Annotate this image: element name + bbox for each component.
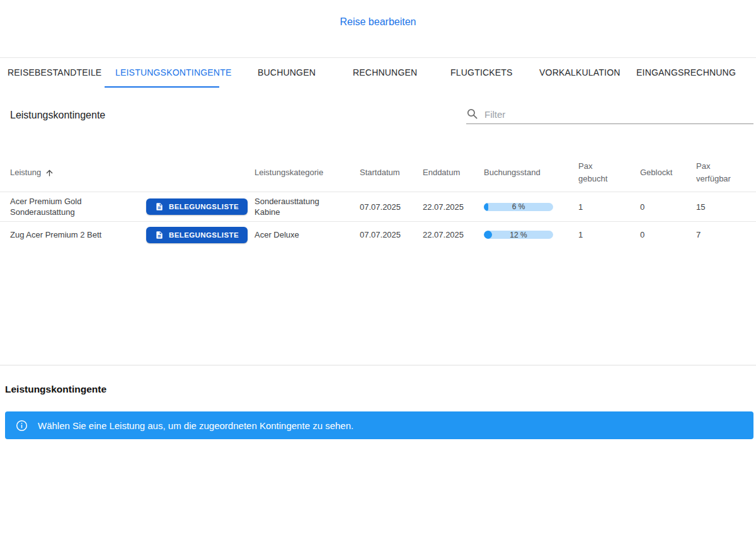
enddatum-cell: 22.07.2025 <box>423 202 484 212</box>
document-icon <box>155 231 164 239</box>
column-leistung-sort[interactable]: Leistung <box>10 166 146 179</box>
column-pax-verfuegbar: Pax verfügbar <box>696 160 738 185</box>
detail-section: Leistungskontingente Wählen Sie eine Lei… <box>0 365 756 539</box>
geblockt-cell: 0 <box>640 202 696 212</box>
reise-bearbeiten-link[interactable]: Reise bearbeiten <box>0 16 756 28</box>
tab-rechnungen[interactable]: RECHNUNGEN <box>353 58 417 87</box>
detail-section-title: Leistungskontingente <box>5 384 106 395</box>
column-pax-gebucht: Pax gebucht <box>578 160 620 185</box>
tab-flugtickets[interactable]: FLUGTICKETS <box>450 58 513 87</box>
page-header: Reise bearbeiten <box>0 0 756 58</box>
tab-vorkalkulation[interactable]: VORKALKULATION <box>539 58 621 87</box>
search-icon <box>466 108 478 120</box>
table-header-row: Leistung Leistungskategorie Startdatum E… <box>0 154 756 192</box>
startdatum-cell: 07.07.2025 <box>360 202 423 212</box>
buchungsstand-progress-bar: 6 % <box>484 203 553 211</box>
column-geblockt: Geblockt <box>640 166 696 179</box>
pax-verfuegbar-cell: 15 <box>696 202 756 212</box>
kontingente-table: Leistung Leistungskategorie Startdatum E… <box>0 154 756 248</box>
progress-label: 6 % <box>484 203 553 211</box>
tab-eingangsrechnung[interactable]: EINGANGSRECHNUNG <box>636 58 736 87</box>
arrow-up-icon <box>45 168 54 178</box>
belegungsliste-button[interactable]: BELEGUNGSLISTE <box>146 227 248 243</box>
pax-verfuegbar-cell: 7 <box>696 230 756 239</box>
belegungsliste-button[interactable]: BELEGUNGSLISTE <box>146 198 248 215</box>
table-row[interactable]: Acer Premium Gold Sonderaustattung BELEG… <box>0 192 756 221</box>
progress-label: 12 % <box>484 231 553 239</box>
kontingente-section: Leistungskontingente Leistung Leistungsk… <box>0 90 756 365</box>
startdatum-cell: 07.07.2025 <box>360 230 423 239</box>
info-banner-text: Wählen Sie eine Leistung aus, um die zug… <box>38 420 353 431</box>
table-row[interactable]: Zug Acer Premium 2 Bett BELEGUNGSLISTE A… <box>0 221 756 248</box>
buchungsstand-progress-bar: 12 % <box>484 231 553 239</box>
document-icon <box>155 202 164 211</box>
column-leistungskategorie: Leistungskategorie <box>255 166 360 179</box>
info-icon <box>16 420 28 432</box>
belegungsliste-label: BELEGUNGSLISTE <box>169 231 239 239</box>
active-tab-indicator <box>105 86 219 88</box>
pax-gebucht-cell: 1 <box>578 230 640 239</box>
geblockt-cell: 0 <box>640 230 696 239</box>
filter-input[interactable] <box>484 109 753 120</box>
column-startdatum: Startdatum <box>360 166 423 179</box>
leistung-cell: Zug Acer Premium 2 Bett <box>10 226 120 244</box>
tab-leistungskontingente[interactable]: LEISTUNGSKONTINGENTE <box>115 58 231 87</box>
column-buchungsstand: Buchungsstand <box>484 166 578 179</box>
kategorie-cell: Acer Deluxe <box>255 229 336 240</box>
filter-field[interactable] <box>466 105 753 124</box>
belegungsliste-label: BELEGUNGSLISTE <box>169 203 239 210</box>
column-leistung-label: Leistung <box>10 166 41 179</box>
column-enddatum: Enddatum <box>423 166 484 179</box>
tab-reisebestandteile[interactable]: REISEBESTANDTEILE <box>8 58 101 87</box>
info-banner: Wählen Sie eine Leistung aus, um die zug… <box>5 411 753 439</box>
kategorie-cell: Sonderausttatung Kabine <box>255 196 336 217</box>
leistung-cell: Acer Premium Gold Sonderaustattung <box>10 192 120 221</box>
tab-buchungen[interactable]: BUCHUNGEN <box>258 58 316 87</box>
pax-gebucht-cell: 1 <box>578 202 640 212</box>
enddatum-cell: 22.07.2025 <box>423 230 484 239</box>
tab-bar: REISEBESTANDTEILE LEISTUNGSKONTINGENTE B… <box>0 58 756 90</box>
section-title: Leistungskontingente <box>10 110 105 121</box>
